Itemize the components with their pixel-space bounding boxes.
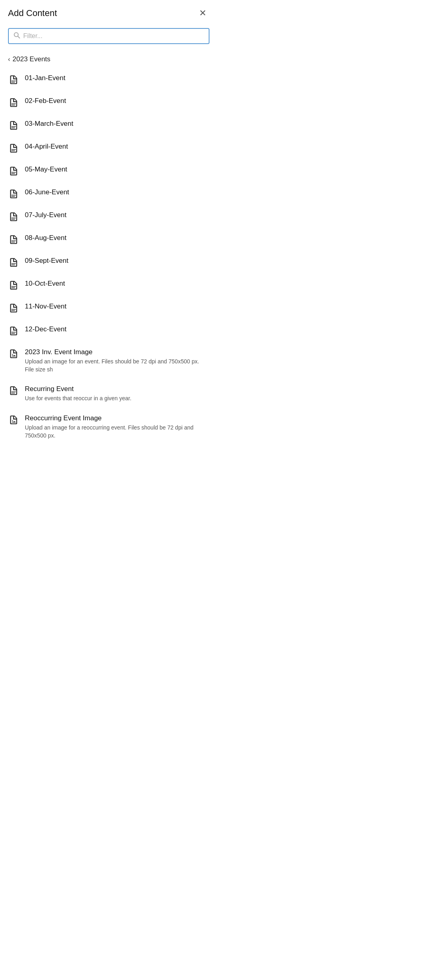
item-content-07-july-event: 07-July-Event	[25, 211, 209, 220]
item-content-09-sept-event: 09-Sept-Event	[25, 256, 209, 265]
item-title-05-may-event: 05-May-Event	[25, 165, 209, 174]
nav-section: ‹ 2023 Events	[0, 49, 218, 67]
item-title-11-nov-event: 11-Nov-Event	[25, 302, 209, 311]
list-item-07-july-event[interactable]: 07-July-Event	[0, 205, 218, 228]
back-nav-button[interactable]: ‹ 2023 Events	[8, 55, 209, 63]
close-button[interactable]: ✕	[196, 7, 209, 19]
list-item-08-aug-event[interactable]: 08-Aug-Event	[0, 228, 218, 251]
item-content-10-oct-event: 10-Oct-Event	[25, 279, 209, 288]
svg-rect-20	[12, 286, 16, 287]
search-input[interactable]	[23, 32, 204, 40]
svg-rect-11	[12, 173, 15, 174]
item-title-02-feb-event: 02-Feb-Event	[25, 97, 209, 105]
list-item-10-oct-event[interactable]: 10-Oct-Event	[0, 274, 218, 296]
list-item-06-june-event[interactable]: 06-June-Event	[0, 182, 218, 205]
svg-rect-7	[12, 127, 15, 128]
dialog-header: Add Content ✕	[0, 0, 218, 25]
svg-rect-21	[12, 287, 15, 288]
item-icon-01-jan-event	[8, 74, 19, 85]
item-content-2023-inv-event-image: 2023 Inv. Event Image Upload an image fo…	[25, 348, 209, 373]
svg-rect-14	[12, 218, 16, 218]
list-item-02-feb-event[interactable]: 02-Feb-Event	[0, 91, 218, 114]
item-desc-2023-inv-event-image: Upload an image for an event. Files shou…	[25, 358, 209, 373]
item-title-04-april-event: 04-April-Event	[25, 142, 209, 151]
search-container	[0, 25, 218, 49]
item-title-reoccurring-event-image: Reoccurring Event Image	[25, 414, 209, 423]
item-content-08-aug-event: 08-Aug-Event	[25, 234, 209, 242]
list-item-03-march-event[interactable]: 03-March-Event	[0, 114, 218, 137]
svg-rect-12	[12, 195, 16, 196]
svg-rect-17	[12, 242, 15, 242]
list-item-recurring-event[interactable]: Recurring Event Use for events that reoc…	[0, 379, 218, 408]
svg-rect-27	[12, 391, 16, 392]
item-content-11-nov-event: 11-Nov-Event	[25, 302, 209, 311]
item-content-recurring-event: Recurring Event Use for events that reoc…	[25, 385, 209, 403]
item-title-01-jan-event: 01-Jan-Event	[25, 74, 209, 83]
svg-rect-5	[12, 105, 15, 105]
item-title-08-aug-event: 08-Aug-Event	[25, 234, 209, 242]
item-content-12-dec-event: 12-Dec-Event	[25, 325, 209, 334]
svg-rect-16	[12, 240, 16, 241]
item-content-02-feb-event: 02-Feb-Event	[25, 97, 209, 105]
item-title-03-march-event: 03-March-Event	[25, 119, 209, 128]
item-content-04-april-event: 04-April-Event	[25, 142, 209, 151]
item-icon-11-nov-event	[8, 302, 19, 314]
svg-rect-8	[12, 149, 16, 150]
svg-rect-25	[12, 333, 15, 334]
list-item-12-dec-event[interactable]: 12-Dec-Event	[0, 319, 218, 342]
item-desc-reoccurring-event-image: Upload an image for a reoccurring event.…	[25, 424, 209, 440]
search-input-wrapper	[8, 28, 209, 44]
search-icon	[14, 32, 20, 40]
back-nav-label: 2023 Events	[12, 55, 50, 63]
list-item-05-may-event[interactable]: 05-May-Event	[0, 159, 218, 182]
item-icon-09-sept-event	[8, 257, 19, 268]
list-item-01-jan-event[interactable]: 01-Jan-Event	[0, 68, 218, 91]
svg-rect-3	[12, 82, 15, 83]
list-item-04-april-event[interactable]: 04-April-Event	[0, 137, 218, 159]
item-icon-12-dec-event	[8, 325, 19, 337]
item-title-06-june-event: 06-June-Event	[25, 188, 209, 197]
item-content-05-may-event: 05-May-Event	[25, 165, 209, 174]
svg-line-1	[18, 36, 20, 38]
svg-rect-13	[12, 196, 15, 197]
content-list: 01-Jan-Event 02-Feb-Event	[0, 67, 218, 447]
item-desc-recurring-event: Use for events that reoccur in a given y…	[25, 395, 209, 403]
item-content-01-jan-event: 01-Jan-Event	[25, 74, 209, 83]
list-item-09-sept-event[interactable]: 09-Sept-Event	[0, 251, 218, 274]
svg-rect-15	[12, 219, 15, 220]
item-title-12-dec-event: 12-Dec-Event	[25, 325, 209, 334]
item-icon-08-aug-event	[8, 234, 19, 245]
svg-rect-19	[12, 264, 15, 265]
item-icon-02-feb-event	[8, 97, 19, 108]
item-icon-recurring-event	[8, 385, 19, 396]
svg-rect-4	[12, 103, 16, 104]
list-item-reoccurring-event-image[interactable]: Reoccurring Event Image Upload an image …	[0, 408, 218, 445]
item-icon-10-oct-event	[8, 280, 19, 291]
item-title-2023-inv-event-image: 2023 Inv. Event Image	[25, 348, 209, 357]
item-content-reoccurring-event-image: Reoccurring Event Image Upload an image …	[25, 414, 209, 440]
back-arrow-icon: ‹	[8, 56, 10, 63]
item-title-09-sept-event: 09-Sept-Event	[25, 256, 209, 265]
svg-rect-24	[12, 332, 16, 333]
svg-rect-9	[12, 150, 15, 151]
item-icon-reoccurring-event-image	[8, 414, 19, 425]
item-icon-03-march-event	[8, 120, 19, 131]
add-content-dialog: Add Content ✕ ‹ 2023 Events	[0, 0, 218, 447]
item-content-03-march-event: 03-March-Event	[25, 119, 209, 128]
svg-rect-22	[12, 309, 16, 310]
svg-rect-23	[12, 310, 15, 311]
dialog-title: Add Content	[8, 8, 57, 18]
item-icon-06-june-event	[8, 188, 19, 200]
item-title-07-july-event: 07-July-Event	[25, 211, 209, 220]
svg-rect-6	[12, 126, 16, 127]
item-title-recurring-event: Recurring Event	[25, 385, 209, 393]
svg-rect-18	[12, 263, 16, 264]
list-item-2023-inv-event-image[interactable]: 2023 Inv. Event Image Upload an image fo…	[0, 342, 218, 379]
item-icon-05-may-event	[8, 165, 19, 177]
list-item-11-nov-event[interactable]: 11-Nov-Event	[0, 296, 218, 319]
svg-rect-2	[12, 81, 16, 81]
item-icon-04-april-event	[8, 143, 19, 154]
item-icon-2023-inv-event-image	[8, 348, 19, 359]
svg-point-29	[12, 420, 13, 421]
svg-rect-28	[12, 393, 15, 394]
